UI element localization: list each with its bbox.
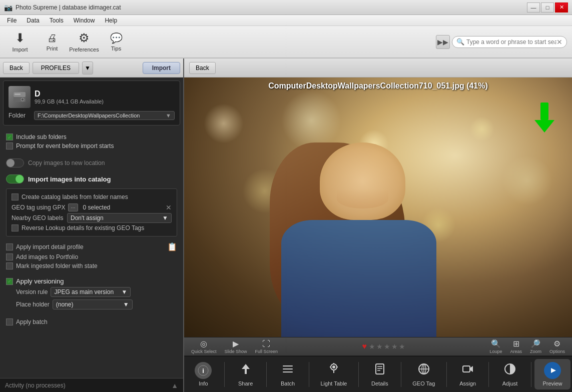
print-label: Print: [47, 46, 58, 52]
create-labels-checkbox[interactable]: [12, 194, 19, 200]
nav-info-button[interactable]: i Info: [186, 359, 221, 390]
import-button[interactable]: ⬇ Import: [5, 28, 35, 56]
left-topbar: Back PROFILES ▼ Import: [0, 58, 183, 78]
drive-icon: [9, 86, 31, 108]
apply-profile-label: Apply import detail profile: [16, 244, 84, 250]
profiles-button[interactable]: PROFILES: [33, 62, 79, 74]
star-3[interactable]: ★: [384, 342, 390, 350]
preferences-button[interactable]: ⚙ Preferences: [69, 28, 99, 56]
geo-clear-button[interactable]: ✕: [166, 204, 172, 212]
nav-divider: [488, 362, 489, 387]
create-labels-label: Create catalog labels from folder names: [22, 194, 128, 200]
nav-adjust-button[interactable]: Adjust: [492, 359, 527, 390]
nav-geo-tag-button[interactable]: GEO Tag: [404, 359, 443, 390]
geo-tag-dots-button[interactable]: ···: [68, 204, 78, 212]
svg-point-14: [332, 366, 335, 368]
menu-help[interactable]: Help: [100, 16, 122, 25]
svg-rect-15: [376, 364, 384, 374]
arrow-head: [534, 120, 554, 132]
add-portfolio-label: Add images to Portfolio: [16, 254, 78, 260]
bottom-nav: i Info Share: [184, 356, 572, 392]
nav-light-table-button[interactable]: Light Table: [312, 359, 355, 390]
apply-batch-label: Apply batch: [16, 318, 48, 326]
apply-batch-checkbox[interactable]: [6, 318, 13, 326]
import-catalog-toggle[interactable]: [6, 174, 24, 184]
prompt-checkbox[interactable]: [6, 142, 13, 150]
svg-rect-3: [15, 94, 21, 95]
menu-data[interactable]: Data: [22, 16, 44, 25]
app-icon: 📷: [4, 4, 13, 12]
options-section: ✓ Include sub folders Prompt for event b…: [0, 128, 183, 154]
drive-letter: D: [35, 90, 104, 98]
profiles-dropdown-button[interactable]: ▼: [82, 62, 93, 74]
full-screen-button[interactable]: ⛶ Full Screen: [252, 338, 281, 355]
loupe-button[interactable]: 🔍 Loupe: [486, 338, 505, 355]
nav-assign-button[interactable]: Assign: [450, 359, 485, 390]
import-label: Import: [12, 46, 28, 52]
nav-preview-button[interactable]: Preview: [534, 359, 570, 390]
right-panel: Back ComputerDesktopWallpapersCollection…: [184, 58, 572, 392]
include-sub-checkbox[interactable]: ✓: [6, 134, 13, 140]
search-input[interactable]: [466, 38, 556, 46]
options-button[interactable]: ⚙ Options: [546, 338, 568, 355]
copy-images-toggle[interactable]: [6, 158, 24, 168]
drive-size: 99,9 GB (44,1 GB Available): [35, 98, 104, 104]
zoom-button[interactable]: 🔎 Zoom: [527, 338, 544, 355]
heart-icon[interactable]: ♥: [362, 342, 367, 351]
search-clear-button[interactable]: ✕: [556, 38, 562, 46]
apply-profile-checkbox[interactable]: [6, 244, 13, 250]
info-icon: i: [195, 362, 212, 379]
activity-text: Activity (no processes): [5, 382, 66, 389]
apply-versioning-checkbox[interactable]: ✓: [6, 278, 13, 285]
activity-expand-button[interactable]: ▲: [171, 382, 178, 390]
version-rule-select[interactable]: JPEG as main version ▼: [51, 287, 131, 297]
reverse-lookup-checkbox[interactable]: [12, 224, 19, 232]
areas-button[interactable]: ⊞ Areas: [507, 338, 525, 355]
apply-profile-icon: 📋: [167, 242, 177, 252]
menu-file[interactable]: File: [2, 16, 22, 25]
nav-light-table-label: Light Table: [320, 380, 347, 386]
search-icon: 🔍: [456, 38, 464, 46]
nearby-geo-select[interactable]: Don't assign ▼: [67, 213, 172, 223]
reverse-lookup-label: Reverse Lookup details for existing GEO …: [22, 224, 144, 232]
folder-path-selector[interactable]: F:\ComputerDesktopWallpapersCollection ▼: [34, 111, 175, 120]
star-2[interactable]: ★: [376, 342, 383, 350]
nav-batch-button[interactable]: Batch: [270, 359, 305, 390]
quick-select-label: Quick Select: [191, 349, 217, 354]
menu-tools[interactable]: Tools: [45, 16, 69, 25]
image-title: ComputerDesktopWallpapersCollection710_0…: [184, 82, 572, 90]
import-options-box: Create catalog labels from folder names …: [6, 188, 177, 236]
star-5[interactable]: ★: [399, 342, 405, 350]
star-4[interactable]: ★: [391, 342, 398, 350]
mark-folder-checkbox[interactable]: [6, 262, 13, 270]
nav-forward-button[interactable]: ▶▶: [436, 35, 450, 49]
nav-preview-label: Preview: [542, 380, 562, 386]
right-back-button[interactable]: Back: [189, 62, 216, 74]
quick-select-button[interactable]: ◎ Quick Select: [188, 338, 220, 355]
nav-share-button[interactable]: Share: [228, 359, 263, 390]
close-button[interactable]: ✕: [555, 2, 568, 12]
import-active-button[interactable]: Import: [143, 62, 180, 74]
star-1[interactable]: ★: [369, 342, 375, 350]
svg-point-2: [21, 98, 24, 101]
menu-window[interactable]: Window: [69, 16, 100, 25]
minimize-button[interactable]: —: [527, 2, 540, 12]
preview-icon: [544, 362, 561, 379]
drive-section: D 99,9 GB (44,1 GB Available) Folder F:\…: [3, 80, 180, 126]
geo-selected-text: 0 selected: [83, 204, 111, 211]
slide-show-button[interactable]: ▶ Slide Show: [222, 338, 250, 355]
image-area: ComputerDesktopWallpapersCollection710_0…: [184, 78, 572, 337]
nav-details-button[interactable]: Details: [362, 359, 397, 390]
placeholder-select[interactable]: (none) ▼: [53, 300, 133, 310]
maximize-button[interactable]: □: [541, 2, 554, 12]
nav-details-label: Details: [371, 380, 388, 386]
download-arrow: [532, 102, 557, 132]
left-back-button[interactable]: Back: [3, 62, 30, 74]
print-button[interactable]: 🖨 Print: [37, 28, 67, 56]
add-portfolio-checkbox[interactable]: [6, 254, 13, 260]
tips-button[interactable]: 💬 Tips: [101, 28, 131, 56]
options-label: Options: [549, 349, 565, 354]
star-rating: ★ ★ ★ ★ ★: [369, 342, 405, 350]
share-icon: [239, 362, 253, 379]
assign-icon: [461, 362, 475, 379]
